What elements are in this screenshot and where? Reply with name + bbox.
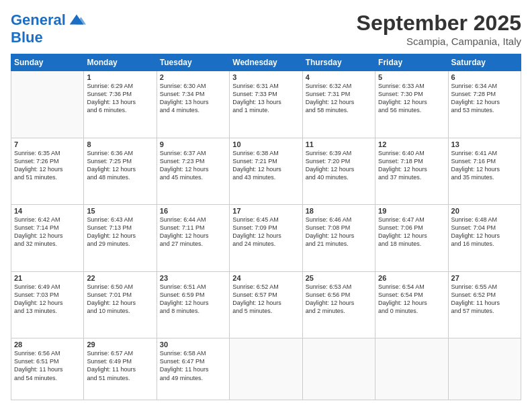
- cell-info: Sunset: 7:20 PM: [306, 157, 372, 165]
- day-number: 19: [378, 207, 445, 215]
- day-number: 8: [87, 140, 153, 148]
- cell-info: Sunrise: 6:35 AM: [14, 149, 81, 157]
- cell-info: Daylight: 12 hours: [232, 232, 299, 240]
- cell-info: and 27 minutes.: [160, 240, 226, 248]
- title-block: September 2025 Scampia, Campania, Italy: [357, 11, 521, 47]
- calendar-cell: 11Sunrise: 6:39 AMSunset: 7:20 PMDayligh…: [302, 138, 375, 205]
- cell-info: Daylight: 11 hours: [160, 365, 226, 373]
- cell-info: Sunset: 7:25 PM: [87, 157, 153, 165]
- cell-info: Sunrise: 6:39 AM: [306, 149, 372, 157]
- calendar-cell: 10Sunrise: 6:38 AMSunset: 7:21 PMDayligh…: [230, 138, 302, 205]
- cell-info: Sunrise: 6:36 AM: [87, 149, 153, 157]
- col-header-monday: Monday: [84, 54, 157, 71]
- cell-info: and 24 minutes.: [232, 240, 299, 248]
- cell-info: Sunrise: 6:30 AM: [160, 82, 226, 90]
- cell-info: and 32 minutes.: [14, 240, 81, 248]
- calendar-cell: [11, 71, 84, 138]
- cell-info: and 49 minutes.: [160, 374, 226, 382]
- day-number: 23: [160, 274, 226, 282]
- calendar-cell: 1Sunrise: 6:29 AMSunset: 7:36 PMDaylight…: [84, 71, 157, 138]
- calendar-cell: 6Sunrise: 6:34 AMSunset: 7:28 PMDaylight…: [448, 71, 521, 138]
- day-number: 16: [160, 207, 226, 215]
- cell-info: Sunset: 6:47 PM: [160, 357, 226, 365]
- col-header-thursday: Thursday: [302, 54, 375, 71]
- day-number: 30: [160, 340, 226, 349]
- cell-info: Sunset: 6:51 PM: [14, 357, 81, 365]
- calendar-cell: 14Sunrise: 6:42 AMSunset: 7:14 PMDayligh…: [11, 205, 84, 272]
- cell-info: Daylight: 12 hours: [14, 232, 81, 240]
- cell-info: Daylight: 12 hours: [378, 165, 445, 173]
- cell-info: Daylight: 12 hours: [306, 232, 372, 240]
- cell-info: Sunset: 7:26 PM: [14, 157, 81, 165]
- day-number: 10: [232, 140, 299, 148]
- calendar-cell: 19Sunrise: 6:47 AMSunset: 7:06 PMDayligh…: [375, 205, 448, 272]
- logo-icon: [67, 11, 86, 30]
- cell-info: Sunset: 7:18 PM: [378, 157, 445, 165]
- cell-info: and 2 minutes.: [306, 307, 372, 315]
- calendar-cell: 9Sunrise: 6:37 AMSunset: 7:23 PMDaylight…: [157, 138, 229, 205]
- calendar-cell: 17Sunrise: 6:45 AMSunset: 7:09 PMDayligh…: [230, 205, 302, 272]
- cell-info: Daylight: 12 hours: [87, 232, 153, 240]
- calendar-cell: 4Sunrise: 6:32 AMSunset: 7:31 PMDaylight…: [302, 71, 375, 138]
- cell-info: Daylight: 12 hours: [14, 165, 81, 173]
- calendar-cell: [230, 338, 302, 400]
- cell-info: Sunset: 6:54 PM: [378, 291, 445, 299]
- cell-info: and 10 minutes.: [87, 307, 153, 315]
- cell-info: Daylight: 13 hours: [160, 98, 226, 106]
- cell-info: Sunset: 7:36 PM: [87, 90, 153, 98]
- cell-info: Sunrise: 6:38 AM: [232, 149, 299, 157]
- cell-info: Sunrise: 6:32 AM: [306, 82, 372, 90]
- cell-info: Sunrise: 6:46 AM: [306, 216, 372, 224]
- cell-info: Daylight: 12 hours: [306, 299, 372, 307]
- cell-info: and 48 minutes.: [87, 173, 153, 181]
- cell-info: and 21 minutes.: [306, 240, 372, 248]
- cell-info: Sunrise: 6:45 AM: [232, 216, 299, 224]
- day-number: 7: [14, 140, 81, 148]
- header: General Blue September 2025 Scampia, Cam…: [11, 11, 521, 47]
- cell-info: Sunrise: 6:57 AM: [87, 349, 153, 357]
- calendar-cell: 5Sunrise: 6:33 AMSunset: 7:30 PMDaylight…: [375, 71, 448, 138]
- calendar-week-row: 1Sunrise: 6:29 AMSunset: 7:36 PMDaylight…: [11, 71, 521, 138]
- cell-info: Sunset: 7:30 PM: [378, 90, 445, 98]
- cell-info: Daylight: 12 hours: [451, 232, 518, 240]
- cell-info: Sunrise: 6:37 AM: [160, 149, 226, 157]
- cell-info: and 58 minutes.: [306, 106, 372, 114]
- calendar-cell: 26Sunrise: 6:54 AMSunset: 6:54 PMDayligh…: [375, 271, 448, 338]
- day-number: 22: [87, 274, 153, 282]
- calendar-cell: 3Sunrise: 6:31 AMSunset: 7:33 PMDaylight…: [230, 71, 302, 138]
- location: Scampia, Campania, Italy: [357, 36, 521, 47]
- col-header-tuesday: Tuesday: [157, 54, 229, 71]
- calendar-week-row: 7Sunrise: 6:35 AMSunset: 7:26 PMDaylight…: [11, 138, 521, 205]
- calendar-cell: 20Sunrise: 6:48 AMSunset: 7:04 PMDayligh…: [448, 205, 521, 272]
- day-number: 14: [14, 207, 81, 215]
- cell-info: Daylight: 12 hours: [451, 98, 518, 106]
- cell-info: and 5 minutes.: [232, 307, 299, 315]
- cell-info: Daylight: 12 hours: [378, 232, 445, 240]
- cell-info: and 29 minutes.: [87, 240, 153, 248]
- cell-info: Sunset: 6:49 PM: [87, 357, 153, 365]
- calendar-cell: [302, 338, 375, 400]
- calendar-cell: 27Sunrise: 6:55 AMSunset: 6:52 PMDayligh…: [448, 271, 521, 338]
- calendar-cell: 21Sunrise: 6:49 AMSunset: 7:03 PMDayligh…: [11, 271, 84, 338]
- cell-info: Sunrise: 6:58 AM: [160, 349, 226, 357]
- day-number: 9: [160, 140, 226, 148]
- cell-info: Daylight: 12 hours: [160, 299, 226, 307]
- calendar-cell: 2Sunrise: 6:30 AMSunset: 7:34 PMDaylight…: [157, 71, 229, 138]
- day-number: 11: [306, 140, 372, 148]
- cell-info: Sunset: 7:13 PM: [87, 224, 153, 232]
- cell-info: Sunset: 7:03 PM: [14, 291, 81, 299]
- cell-info: Sunset: 6:57 PM: [232, 291, 299, 299]
- cell-info: Daylight: 11 hours: [87, 365, 153, 373]
- calendar-cell: 18Sunrise: 6:46 AMSunset: 7:08 PMDayligh…: [302, 205, 375, 272]
- cell-info: and 6 minutes.: [87, 106, 153, 114]
- cell-info: Daylight: 11 hours: [451, 299, 518, 307]
- cell-info: Sunset: 7:06 PM: [378, 224, 445, 232]
- cell-info: and 53 minutes.: [451, 106, 518, 114]
- cell-info: Sunrise: 6:42 AM: [14, 216, 81, 224]
- day-number: 4: [306, 73, 372, 81]
- cell-info: Daylight: 12 hours: [87, 165, 153, 173]
- cell-info: and 18 minutes.: [378, 240, 445, 248]
- day-number: 17: [232, 207, 299, 215]
- cell-info: and 51 minutes.: [87, 374, 153, 382]
- cell-info: and 8 minutes.: [160, 307, 226, 315]
